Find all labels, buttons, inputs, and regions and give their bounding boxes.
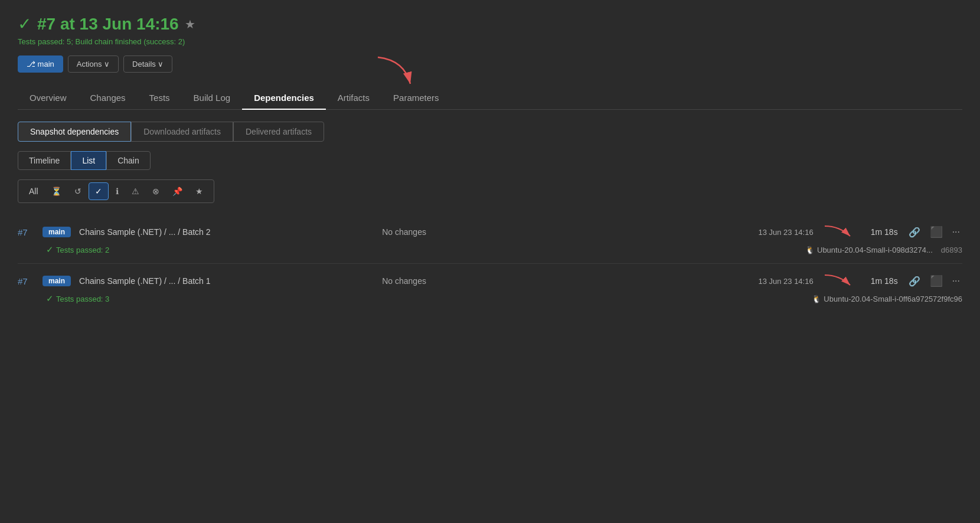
view-tab-list[interactable]: List	[71, 151, 106, 170]
filter-success[interactable]: ✓	[89, 182, 109, 200]
sub-tabs: Snapshot dependencies Downloaded artifac…	[18, 122, 962, 142]
build-name: Chains Sample (.NET) / ... / Batch 2	[79, 227, 374, 237]
row-arrow-annotation-2	[822, 272, 854, 290]
build-time: 13 Jun 23 14:16	[758, 228, 813, 237]
build-duration: 1m 18s	[863, 227, 898, 237]
sub-tab-delivered[interactable]: Delivered artifacts	[233, 122, 324, 142]
sub-tab-downloaded[interactable]: Downloaded artifacts	[131, 122, 233, 142]
tab-tests[interactable]: Tests	[138, 87, 182, 110]
build-time: 13 Jun 23 14:16	[758, 277, 813, 286]
success-check-icon: ✓	[18, 14, 31, 34]
build-changes: No changes	[382, 276, 447, 286]
commit-hash: d6893	[941, 246, 962, 254]
build-actions: 🔗 ⬛ ···	[906, 273, 962, 289]
tab-artifacts[interactable]: Artifacts	[326, 87, 381, 110]
more-icon[interactable]: ···	[950, 225, 962, 238]
build-changes: No changes	[382, 227, 447, 237]
build-number: #7	[18, 276, 34, 286]
agent-info: 🐧 Ubuntu-20.04-Small-i-098d3274...	[805, 246, 933, 254]
details-button[interactable]: Details ∨	[123, 55, 172, 73]
tab-parameters[interactable]: Parameters	[381, 87, 451, 110]
link-icon[interactable]: 🔗	[906, 274, 923, 288]
view-tab-timeline[interactable]: Timeline	[18, 151, 71, 170]
branch-badge: main	[43, 227, 71, 237]
build-status: ✓ Tests passed: 2	[46, 244, 109, 255]
build-title: #7 at 13 Jun 14:16	[37, 15, 179, 34]
build-number: #7	[18, 227, 34, 237]
link-icon[interactable]: 🔗	[906, 225, 923, 239]
build-duration: 1m 18s	[863, 276, 898, 286]
view-tabs: Timeline List Chain	[18, 151, 962, 170]
layers-icon[interactable]: ⬛	[927, 224, 945, 240]
build-subtitle: Tests passed: 5; Build chain finished (s…	[18, 37, 962, 46]
row-arrow-annotation	[822, 223, 854, 241]
filter-queued[interactable]: ⏳	[45, 183, 67, 200]
tab-overview[interactable]: Overview	[18, 87, 79, 110]
favorite-star-icon[interactable]: ★	[185, 17, 195, 31]
more-icon[interactable]: ···	[950, 274, 962, 287]
agent-info: 🐧 Ubuntu-20.04-Small-i-0ff6a972572f9fc96	[812, 295, 962, 303]
tab-build-log[interactable]: Build Log	[182, 87, 243, 110]
view-tab-chain[interactable]: Chain	[106, 151, 151, 170]
table-row: #7 main Chains Sample (.NET) / ... / Bat…	[18, 215, 962, 264]
sub-tab-snapshot[interactable]: Snapshot dependencies	[18, 122, 131, 142]
filter-starred[interactable]: ★	[190, 183, 209, 200]
build-list: #7 main Chains Sample (.NET) / ... / Bat…	[18, 215, 962, 312]
filter-failed[interactable]: ⊗	[146, 183, 165, 200]
build-actions: 🔗 ⬛ ···	[906, 224, 962, 240]
layers-icon[interactable]: ⬛	[927, 273, 945, 289]
filter-all-label[interactable]: All	[23, 183, 44, 200]
filter-pinned[interactable]: 📌	[166, 183, 188, 200]
tab-changes[interactable]: Changes	[79, 87, 138, 110]
button-row: ⎇ main Actions ∨ Details ∨	[18, 55, 962, 73]
filter-bar: All ⏳ ↺ ✓ ℹ ⚠ ⊗ 📌 ★	[18, 179, 214, 203]
build-status: ✓ Tests passed: 3	[46, 293, 109, 304]
actions-button[interactable]: Actions ∨	[68, 55, 119, 73]
branch-button[interactable]: ⎇ main	[18, 55, 63, 73]
filter-warning[interactable]: ⚠	[126, 183, 145, 200]
branch-badge: main	[43, 276, 71, 286]
main-tabs: Overview Changes Tests Build Log Depende…	[18, 87, 962, 110]
table-row: #7 main Chains Sample (.NET) / ... / Bat…	[18, 264, 962, 312]
tab-dependencies[interactable]: Dependencies	[242, 87, 326, 110]
filter-running[interactable]: ↺	[68, 183, 87, 200]
build-name: Chains Sample (.NET) / ... / Batch 1	[79, 276, 374, 286]
filter-info[interactable]: ℹ	[110, 183, 125, 200]
